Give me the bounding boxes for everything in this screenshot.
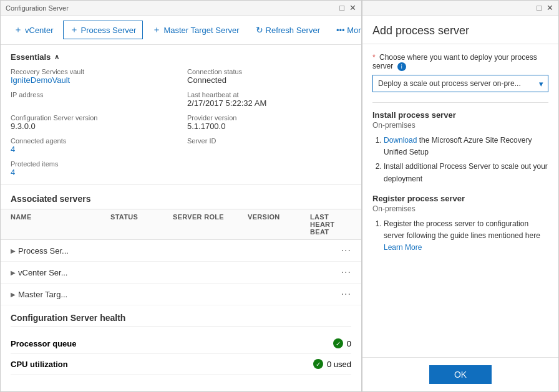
more-label: ••• More — [336, 26, 362, 35]
field-value-provider: 5.1.1700.0 — [187, 122, 351, 131]
row-vcenter-label: vCenter Ser... — [18, 268, 67, 277]
health-processor-value: ✓ 0 — [333, 338, 351, 348]
essentials-title: Essentials ∧ — [11, 52, 351, 62]
col-name: NAME — [11, 213, 110, 236]
right-minimize-icon[interactable]: □ — [537, 3, 542, 12]
field-label-provider: Provider version — [187, 114, 351, 122]
right-content: * Choose where you want to deploy your p… — [362, 44, 558, 357]
field-value-heartbeat: 2/17/2017 5:22:32 AM — [187, 98, 351, 108]
health-row-cpu: CPU utilization ✓ 0 used — [11, 354, 351, 375]
field-label-connection: Connection status — [187, 68, 351, 75]
left-minimize-icon[interactable]: □ — [339, 3, 344, 12]
health-cpu-count: 0 used — [327, 360, 351, 369]
plus-icon: ＋ — [14, 24, 22, 36]
vcenter-label: vCenter — [25, 26, 54, 35]
register-section: Register process server On-premises Regi… — [372, 194, 548, 254]
health-processor-label: Processor queue — [11, 339, 77, 348]
master-target-button[interactable]: ＋ Master Target Server — [145, 21, 246, 39]
field-provider-version: Provider version 5.1.1700.0 — [187, 114, 351, 131]
toolbar: ＋ vCenter ＋ Process Server ＋ Master Targ… — [1, 16, 361, 45]
col-actions — [334, 213, 353, 236]
divider — [372, 102, 548, 103]
table-row: ▶ Process Ser... ··· — [1, 240, 361, 262]
green-check-icon-2: ✓ — [313, 359, 323, 369]
master-target-label: Master Target Server — [163, 26, 239, 35]
right-panel-title: Add process server — [372, 24, 548, 37]
more-button[interactable]: ••• More — [329, 22, 362, 39]
row-process-label: Process Ser... — [18, 246, 69, 256]
left-window-controls: □ ✕ — [339, 3, 356, 12]
field-label-heartbeat: Last heartbeat at — [187, 91, 351, 98]
row-process-name: ▶ Process Ser... — [11, 246, 110, 256]
window-title-bar: Configuration Server □ ✕ — [1, 1, 361, 16]
deploy-dropdown[interactable]: Deploy a scale out process server on-pre… — [372, 75, 548, 92]
field-server-id: Server ID — [187, 137, 351, 154]
essentials-grid: Recovery Services vault IgniteDemoVault … — [11, 68, 351, 177]
health-cpu-label: CPU utilization — [11, 360, 68, 369]
field-value-agents[interactable]: 4 — [11, 145, 175, 154]
field-value-protected[interactable]: 4 — [11, 168, 175, 177]
row-process-more[interactable]: ··· — [333, 245, 351, 256]
expand-icon-3[interactable]: ▶ — [11, 291, 16, 298]
row-master-more[interactable]: ··· — [333, 289, 351, 300]
row-vcenter-name: ▶ vCenter Ser... — [11, 268, 110, 277]
process-server-button[interactable]: ＋ Process Server — [63, 21, 143, 39]
field-ip-address: IP address — [11, 91, 175, 108]
install-title: Install process server — [372, 110, 548, 120]
left-close-icon[interactable]: ✕ — [349, 3, 356, 12]
download-link[interactable]: Download — [384, 136, 417, 145]
field-value-recovery[interactable]: IgniteDemoVault — [11, 75, 175, 85]
field-value-config-version: 9.3.0.0 — [11, 122, 175, 131]
required-asterisk: * — [372, 53, 376, 62]
expand-icon-2[interactable]: ▶ — [11, 269, 16, 276]
field-protected-items: Protected items 4 — [11, 160, 175, 177]
learn-more-link[interactable]: Learn More — [384, 243, 422, 252]
associated-servers-section: Associated servers NAME STATUS SERVER RO… — [1, 185, 361, 305]
install-step-1: Download the Microsoft Azure Site Recove… — [384, 135, 548, 158]
field-label-recovery: Recovery Services vault — [11, 68, 175, 75]
register-subtitle: On-premises — [372, 204, 548, 213]
associated-servers-title: Associated servers — [1, 185, 361, 209]
health-processor-count: 0 — [347, 339, 351, 348]
register-steps: Register the process server to configura… — [372, 218, 548, 254]
field-label-agents: Connected agents — [11, 137, 175, 145]
dropdown-required-label: * Choose where you want to deploy your p… — [372, 53, 548, 71]
chevron-up-icon[interactable]: ∧ — [54, 53, 59, 61]
field-label-server-id: Server ID — [187, 137, 351, 145]
field-label-config-version: Configuration Server version — [11, 114, 175, 122]
register-title: Register process server — [372, 194, 548, 203]
content-area: Essentials ∧ Recovery Services vault Ign… — [1, 45, 361, 391]
vcenter-button[interactable]: ＋ vCenter — [7, 21, 61, 39]
green-check-icon-1: ✓ — [333, 338, 343, 348]
refresh-button[interactable]: ↻ Refresh Server — [249, 21, 327, 39]
health-title: Configuration Server health — [11, 313, 351, 327]
right-panel: □ ✕ Add process server * Choose where yo… — [362, 0, 559, 392]
essentials-label: Essentials — [11, 52, 51, 62]
field-heartbeat: Last heartbeat at 2/17/2017 5:22:32 AM — [187, 91, 351, 108]
row-master-name: ▶ Master Targ... — [11, 290, 110, 299]
table-header: NAME STATUS SERVER ROLE VERSION LAST HEA… — [1, 209, 361, 240]
plus-icon-3: ＋ — [152, 24, 161, 36]
essentials-section: Essentials ∧ Recovery Services vault Ign… — [1, 45, 361, 185]
right-close-icon[interactable]: ✕ — [547, 3, 553, 12]
field-connected-agents: Connected agents 4 — [11, 137, 175, 154]
dropdown-wrapper: Deploy a scale out process server on-pre… — [372, 75, 548, 92]
table-row: ▶ vCenter Ser... ··· — [1, 262, 361, 284]
install-subtitle: On-premises — [372, 121, 548, 130]
health-row-processor: Processor queue ✓ 0 — [11, 333, 351, 354]
col-status: STATUS — [110, 213, 173, 236]
health-cpu-value: ✓ 0 used — [313, 359, 351, 369]
row-vcenter-more[interactable]: ··· — [333, 267, 351, 278]
window-title: Configuration Server — [6, 4, 69, 12]
install-section: Install process server On-premises Downl… — [372, 110, 548, 185]
row-master-label: Master Targ... — [18, 290, 67, 299]
field-recovery-vault: Recovery Services vault IgniteDemoVault — [11, 68, 175, 85]
col-role: SERVER ROLE — [173, 213, 248, 236]
left-panel: Configuration Server □ ✕ ＋ vCenter ＋ Pro… — [0, 0, 362, 392]
right-footer: OK — [362, 357, 558, 391]
field-label-protected: Protected items — [11, 160, 175, 168]
register-step-1: Register the process server to configura… — [384, 218, 548, 254]
process-server-label: Process Server — [81, 26, 137, 35]
ok-button[interactable]: OK — [429, 365, 492, 384]
expand-icon-1[interactable]: ▶ — [11, 247, 16, 254]
